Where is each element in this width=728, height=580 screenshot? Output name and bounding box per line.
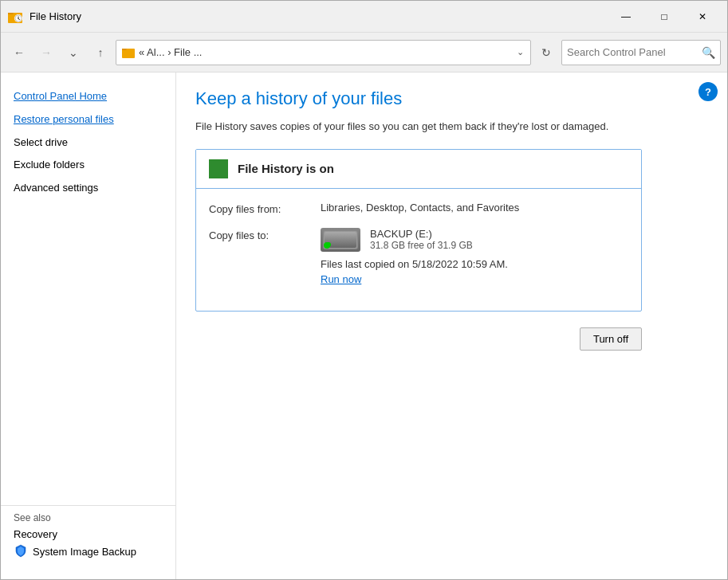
up-icon: ↑ xyxy=(98,46,104,59)
search-icon[interactable]: 🔍 xyxy=(702,46,715,59)
see-also-title: See also xyxy=(14,512,163,523)
file-history-window: File History — □ ✕ ← → ⌄ ↑ « Al. xyxy=(0,0,728,580)
drive-icon xyxy=(321,228,360,252)
content-description: File History saves copies of your files … xyxy=(195,119,642,135)
see-also-section: See also Recovery System Image Backup xyxy=(1,505,175,566)
page-title: Keep a history of your files xyxy=(195,88,708,109)
drive-row: BACKUP (E:) 31.8 GB free of 31.9 GB xyxy=(321,228,508,252)
copy-from-label: Copy files from: xyxy=(209,202,321,215)
dropdown-button[interactable]: ⌄ xyxy=(61,41,85,65)
sidebar: Control Panel Home Restore personal file… xyxy=(1,72,176,579)
status-box: File History is on Copy files from: Libr… xyxy=(195,149,642,312)
drive-name: BACKUP (E:) xyxy=(370,228,473,240)
copy-from-row: Copy files from: Libraries, Desktop, Con… xyxy=(209,202,628,215)
see-also-system-image-backup[interactable]: System Image Backup xyxy=(14,543,163,560)
turn-off-area: Turn off xyxy=(195,327,642,351)
minimize-button[interactable]: — xyxy=(608,5,644,29)
see-also-recovery[interactable]: Recovery xyxy=(14,528,163,540)
drive-size: 31.8 GB free of 31.9 GB xyxy=(370,240,473,251)
search-input[interactable] xyxy=(567,46,702,58)
status-text: File History is on xyxy=(238,162,334,175)
window-controls: — □ ✕ xyxy=(608,5,721,29)
address-bar[interactable]: « Al... › File ... ⌄ xyxy=(116,40,531,65)
turn-off-button[interactable]: Turn off xyxy=(580,327,642,351)
sidebar-item-advanced-settings[interactable]: Advanced settings xyxy=(1,177,175,200)
search-bar[interactable]: 🔍 xyxy=(561,40,721,65)
run-now-link[interactable]: Run now xyxy=(321,273,361,285)
close-button[interactable]: ✕ xyxy=(684,5,721,29)
content-area: ? Keep a history of your files File Hist… xyxy=(176,72,727,579)
main-layout: Control Panel Home Restore personal file… xyxy=(1,72,727,579)
chevron-down-icon: ⌄ xyxy=(69,46,78,59)
copy-to-value: BACKUP (E:) 31.8 GB free of 31.9 GB File… xyxy=(321,228,508,285)
back-icon: ← xyxy=(14,46,25,59)
sidebar-item-exclude-folders[interactable]: Exclude folders xyxy=(1,154,175,177)
window-title: File History xyxy=(30,10,608,22)
last-copied-text: Files last copied on 5/18/2022 10:59 AM. xyxy=(321,258,508,270)
sidebar-item-restore-personal-files[interactable]: Restore personal files xyxy=(1,108,175,131)
shield-icon xyxy=(14,543,28,560)
title-bar: File History — □ ✕ xyxy=(1,1,727,33)
svg-point-9 xyxy=(326,242,331,247)
sidebar-item-control-panel-home[interactable]: Control Panel Home xyxy=(1,85,175,108)
status-indicator-green xyxy=(209,159,228,178)
back-button[interactable]: ← xyxy=(7,41,31,65)
help-button[interactable]: ? xyxy=(698,82,718,101)
maximize-button[interactable]: □ xyxy=(646,5,683,29)
forward-icon: → xyxy=(41,46,52,59)
copy-to-row: Copy files to: xyxy=(209,228,628,285)
copy-from-value: Libraries, Desktop, Contacts, and Favori… xyxy=(321,202,519,214)
address-folder-icon xyxy=(121,45,136,60)
address-text: « Al... › File ... xyxy=(139,46,515,58)
refresh-icon: ↻ xyxy=(541,46,551,59)
refresh-button[interactable]: ↻ xyxy=(534,41,558,65)
app-icon xyxy=(7,9,23,25)
up-button[interactable]: ↑ xyxy=(89,41,112,65)
status-header: File History is on xyxy=(196,150,641,189)
svg-rect-8 xyxy=(325,232,356,248)
address-dropdown-button[interactable]: ⌄ xyxy=(515,45,525,59)
drive-info: BACKUP (E:) 31.8 GB free of 31.9 GB xyxy=(370,228,473,251)
status-body: Copy files from: Libraries, Desktop, Con… xyxy=(196,189,641,311)
forward-button[interactable]: → xyxy=(34,41,58,65)
copy-to-label: Copy files to: xyxy=(209,228,321,241)
sidebar-item-select-drive[interactable]: Select drive xyxy=(1,131,175,155)
toolbar: ← → ⌄ ↑ « Al... › File ... ⌄ ↻ 🔍 xyxy=(1,33,727,72)
